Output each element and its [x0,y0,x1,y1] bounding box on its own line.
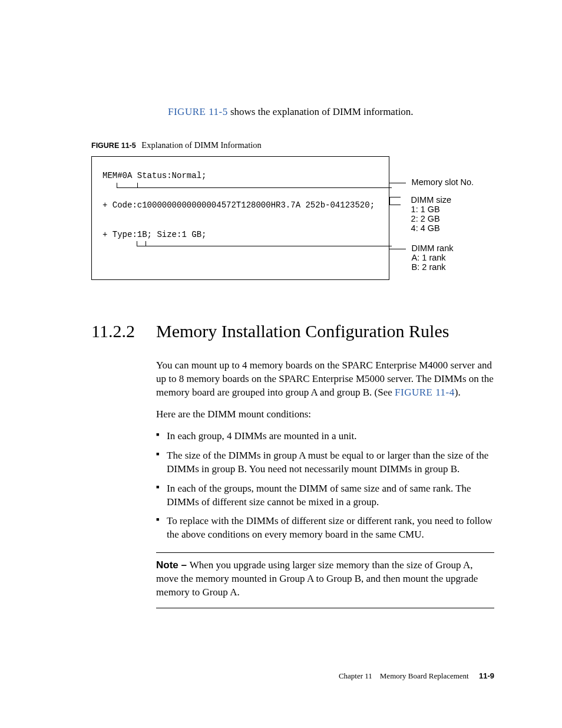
lead-rank [141,246,392,246]
paragraph-1: You can mount up to 4 memory boards on t… [156,359,494,400]
footer-chapter: Chapter 11 [339,671,372,680]
code-line-2: + Code:c1000000000000004572T128000HR3.7A… [103,200,375,210]
callout-rank-b: B: 2 rank [412,262,446,272]
note-rule-bottom [156,608,494,608]
list-item: The size of the DIMMs in group A must be… [156,449,494,476]
list-item: To replace with the DIMMs of different s… [156,515,494,542]
callout-rank-title: DIMM rank [412,243,454,253]
callout-slot-text: Memory slot No. [412,177,474,187]
section-number: 11.2.2 [91,321,156,341]
figure-caption: FIGURE 11-5 Explanation of DIMM Informat… [91,140,494,150]
figure-label: FIGURE 11-5 [91,141,136,150]
figure-caption-text: Explanation of DIMM Information [141,140,261,150]
callout-size-title: DIMM size [411,195,451,205]
callout-lead-icon [389,197,401,205]
footer-page-number: 11-9 [479,671,494,680]
callout-rank: DIMM rank A: 1 rank B: 2 rank [389,243,454,272]
para1-b: ). [455,387,461,398]
section-heading: 11.2.2 Memory Installation Configuration… [91,321,494,341]
list-item: In each of the groups, mount the DIMM of… [156,482,494,509]
callout-size: DIMM size 1: 1 GB 2: 2 GB 4: 4 GB [389,195,452,233]
list-item: In each group, 4 DIMMs are mounted in a … [156,430,494,443]
note-rule-top [156,552,494,553]
figure-box: MEM#0A Status:Normal; + Code:c1000000000… [91,156,389,280]
callout-size-2: 2: 2 GB [411,214,440,223]
figure-ref-link[interactable]: FIGURE 11-4 [395,387,455,398]
section-title: Memory Installation Configuration Rules [156,321,449,341]
callout-size-4: 4: 4 GB [411,223,440,233]
lead-slot [127,187,392,188]
callout-lead-icon [389,183,406,183]
footer-title: Memory Board Replacement [380,671,469,680]
bullet-list: In each group, 4 DIMMs are mounted in a … [156,430,494,542]
note-label: Note – [156,559,190,571]
section-body: You can mount up to 4 memory boards on t… [156,359,494,608]
callout-size-1: 1: 1 GB [411,205,440,214]
note-body: When you upgrade using larger size memor… [156,559,478,598]
intro-rest: shows the explanation of DIMM informatio… [228,106,414,117]
figure-wrap: MEM#0A Status:Normal; + Code:c1000000000… [91,156,494,280]
page-footer: Chapter 11 Memory Board Replacement 11-9 [339,671,494,681]
intro-paragraph: FIGURE 11-5 shows the explanation of DIM… [168,106,494,118]
note-paragraph: Note – When you upgrade using larger siz… [156,559,494,599]
code-line-3: + Type:1B; Size:1 GB; [103,230,206,239]
callout-lead-icon [389,249,406,249]
callout-rank-a: A: 1 rank [412,253,446,262]
page: FIGURE 11-5 shows the explanation of DIM… [0,0,562,728]
paragraph-2: Here are the DIMM mount conditions: [156,408,494,421]
code-line-1: MEM#0A Status:Normal; [103,171,206,180]
figure-link[interactable]: FIGURE 11-5 [168,106,228,117]
callout-slot: Memory slot No. [389,177,474,187]
